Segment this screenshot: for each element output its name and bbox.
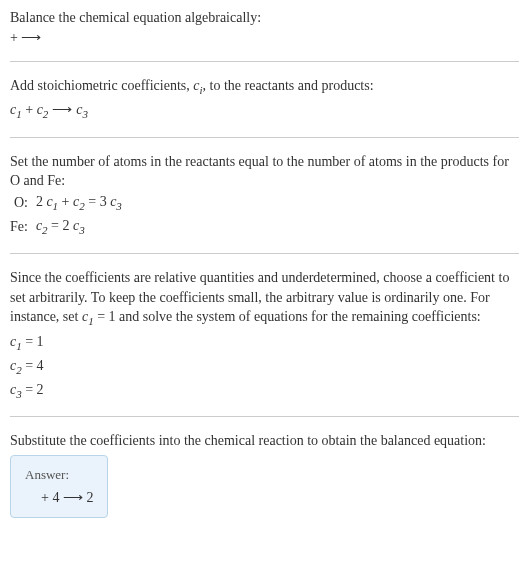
atom-label-fe: Fe: xyxy=(10,215,36,239)
step1-text: Add stoichiometric coefficients, ci, to … xyxy=(10,76,519,98)
divider xyxy=(10,416,519,417)
intro-section: Balance the chemical equation algebraica… xyxy=(10,8,519,47)
atom-eq-fe: c2 = 2 c3 xyxy=(36,215,126,239)
atom-row-o: O: 2 c1 + c2 = 3 c3 xyxy=(10,191,126,215)
step2-section: Set the number of atoms in the reactants… xyxy=(10,152,519,240)
step4-text: Substitute the coefficients into the che… xyxy=(10,431,519,451)
c2-sub: 2 xyxy=(43,108,49,120)
step3-text: Since the coefficients are relative quan… xyxy=(10,268,519,329)
step2-text: Set the number of atoms in the reactants… xyxy=(10,152,519,191)
arrow-1: ⟶ xyxy=(52,100,72,120)
result-c3: c3 = 2 xyxy=(10,380,519,402)
divider xyxy=(10,61,519,62)
divider xyxy=(10,253,519,254)
divider xyxy=(10,137,519,138)
result-c2: c2 = 4 xyxy=(10,356,519,378)
step3-section: Since the coefficients are relative quan… xyxy=(10,268,519,402)
plus-1: + xyxy=(22,102,37,117)
intro-reaction: + ⟶ xyxy=(10,28,519,48)
step1-section: Add stoichiometric coefficients, ci, to … xyxy=(10,76,519,122)
intro-text: Balance the chemical equation algebraica… xyxy=(10,8,519,28)
atom-label-o: O: xyxy=(10,191,36,215)
c3-sub: 3 xyxy=(83,108,89,120)
atom-equations: O: 2 c1 + c2 = 3 c3 Fe: c2 = 2 c3 xyxy=(10,191,126,239)
result-c1: c1 = 1 xyxy=(10,332,519,354)
step1-reaction: c1 + c2 ⟶ c3 xyxy=(10,100,519,122)
answer-equation: + 4 ⟶ 2 xyxy=(25,488,93,508)
step4-section: Substitute the coefficients into the che… xyxy=(10,431,519,518)
atom-row-fe: Fe: c2 = 2 c3 xyxy=(10,215,126,239)
answer-label: Answer: xyxy=(25,466,93,484)
answer-box: Answer: + 4 ⟶ 2 xyxy=(10,455,108,519)
atom-eq-o: 2 c1 + c2 = 3 c3 xyxy=(36,191,126,215)
